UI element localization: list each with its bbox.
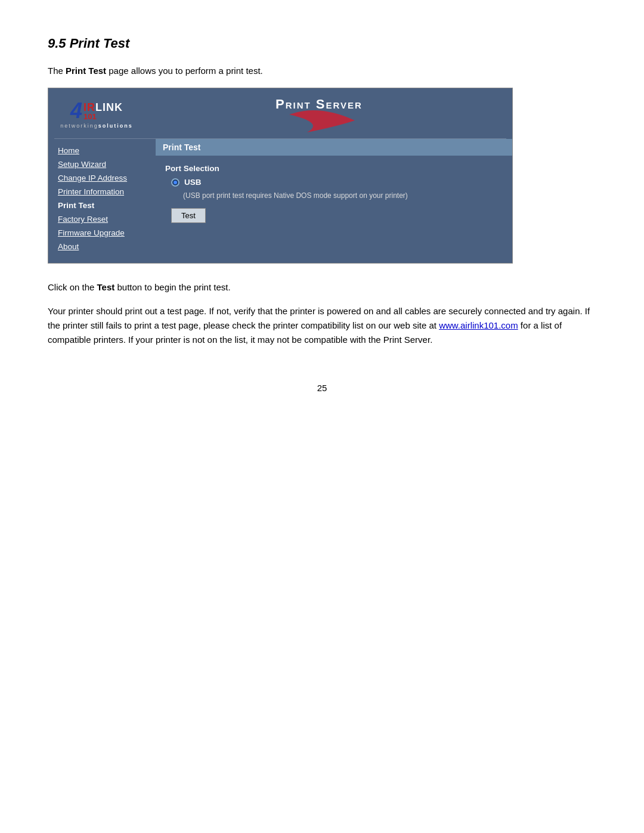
ui-header: 4 IRLINK 101 networkingsolutions Print S… bbox=[48, 88, 512, 138]
logo-ir: IR bbox=[83, 101, 95, 113]
sidebar-item-change-ip[interactable]: Change IP Address bbox=[48, 171, 156, 185]
ui-main: Home Setup Wizard Change IP Address Prin… bbox=[48, 139, 512, 263]
content-header: Print Test bbox=[156, 139, 512, 156]
logo-text-block: IRLINK 101 bbox=[83, 102, 123, 120]
logo-irlink: IRLINK bbox=[83, 102, 123, 113]
body-p1-after: button to begin the print test. bbox=[114, 282, 230, 292]
page-heading: 9.5 Print Test bbox=[48, 36, 596, 51]
body-p1-bold: Test bbox=[97, 282, 115, 292]
sidebar-item-about[interactable]: About bbox=[48, 240, 156, 253]
logo-networking-bold: solutions bbox=[98, 123, 133, 129]
swoosh-icon bbox=[277, 110, 361, 132]
usb-label: USB bbox=[184, 178, 202, 187]
content-body: Port Selection USB (USB port print test … bbox=[156, 162, 512, 225]
logo-networking-prefix: networking bbox=[60, 123, 98, 129]
sidebar-item-printer-info[interactable]: Printer Information bbox=[48, 185, 156, 199]
logo-101: 101 bbox=[83, 113, 123, 120]
ui-content: Print Test Port Selection USB (USB port … bbox=[156, 139, 512, 263]
sidebar-item-factory-reset[interactable]: Factory Reset bbox=[48, 212, 156, 226]
sidebar-item-print-test[interactable]: Print Test bbox=[48, 199, 156, 212]
intro-text-after: page allows you to perform a print test. bbox=[106, 66, 263, 76]
body-paragraph-2: Your printer should print out a test pag… bbox=[48, 304, 596, 347]
print-server-title-area: Print Server bbox=[135, 97, 503, 132]
sidebar-item-home[interactable]: Home bbox=[48, 144, 156, 157]
logo-networking: networkingsolutions bbox=[60, 123, 133, 129]
airlink-link[interactable]: www.airlink101.com bbox=[439, 320, 518, 330]
print-server-title: Print Server bbox=[275, 97, 363, 112]
usb-radio-row: USB bbox=[171, 178, 503, 187]
logo-icon: 4 IRLINK 101 bbox=[70, 100, 123, 122]
ui-screenshot-box: 4 IRLINK 101 networkingsolutions Print S… bbox=[48, 88, 513, 264]
logo-four: 4 bbox=[70, 100, 82, 122]
body-paragraph-1: Click on the Test button to begin the pr… bbox=[48, 280, 596, 295]
logo-area: 4 IRLINK 101 networkingsolutions bbox=[58, 100, 135, 129]
port-selection-label: Port Selection bbox=[165, 164, 503, 173]
usb-radio-button[interactable] bbox=[171, 178, 179, 187]
body-p1-before: Click on the bbox=[48, 282, 97, 292]
sidebar-item-setup-wizard[interactable]: Setup Wizard bbox=[48, 157, 156, 171]
sidebar-item-firmware-upgrade[interactable]: Firmware Upgrade bbox=[48, 226, 156, 240]
usb-note: (USB port print test requires Native DOS… bbox=[183, 191, 503, 200]
intro-bold: Print Test bbox=[66, 66, 106, 76]
logo-link: LINK bbox=[95, 101, 123, 113]
test-button[interactable]: Test bbox=[171, 208, 206, 223]
page-number: 25 bbox=[48, 383, 596, 393]
intro-text-before: The bbox=[48, 66, 66, 76]
ui-sidebar: Home Setup Wizard Change IP Address Prin… bbox=[48, 139, 156, 263]
intro-paragraph: The Print Test page allows you to perfor… bbox=[48, 66, 596, 76]
